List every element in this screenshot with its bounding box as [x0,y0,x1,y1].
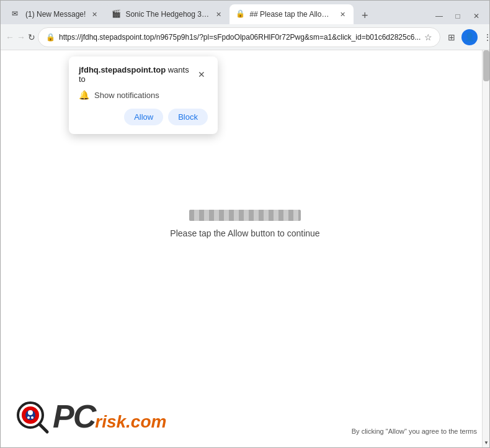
close-button[interactable]: ✕ [468,11,484,22]
scrollbar-down[interactable]: ▼ [483,437,489,447]
allow-button[interactable]: Allow [124,109,163,125]
bottom-right-text: By clicking "Allow" you agree to the ter… [352,428,477,435]
tab-1-close[interactable]: ✕ [89,9,99,19]
svg-point-4 [28,410,33,415]
tab-3-favicon: 🔒 [236,9,246,19]
progress-bar [189,210,301,221]
tab-1-favicon: ✉ [12,9,22,19]
tab-3[interactable]: 🔒 ## Please tap the Allow button ✕ [229,4,354,24]
tab-2-title: Sonic The Hedgehog 3 (2024)... [125,10,210,19]
secure-icon: 🔒 [46,33,55,42]
browser-window: ✉ (1) New Message! ✕ 🎬 Sonic The Hedgeho… [0,0,490,448]
back-button[interactable]: ← [6,29,14,46]
window-controls: — □ ✕ [431,11,484,24]
brand-text: PC risk.com [53,400,166,432]
browser-content: jfdhq.stepadspoint.top wants to ✕ 🔔 Show… [1,50,489,447]
toolbar-icons: ⊞ 👤 ⋮ [443,29,490,46]
tab-1-title: (1) New Message! [25,10,86,19]
notification-popup: jfdhq.stepadspoint.top wants to ✕ 🔔 Show… [69,56,218,134]
minimize-button[interactable]: — [431,11,447,22]
tab-3-close[interactable]: ✕ [337,9,347,19]
popup-title: jfdhq.stepadspoint.top wants to [79,65,195,84]
terms-text: By clicking "Allow" you agree to the ter… [352,428,477,435]
menu-icon[interactable]: ⋮ [479,29,490,46]
popup-permission: 🔔 Show notifications [79,90,208,100]
svg-line-1 [40,424,47,432]
url-text: https://jfdhq.stepadspoint.top/n9675p9h1… [59,33,421,42]
tab-2-close[interactable]: ✕ [213,9,223,19]
extensions-icon[interactable]: ⊞ [443,29,460,46]
tab-bar: ✉ (1) New Message! ✕ 🎬 Sonic The Hedgeho… [1,1,489,24]
svg-point-5 [27,416,30,419]
bell-icon: 🔔 [79,90,89,100]
svg-point-6 [31,416,33,419]
tab-2[interactable]: 🎬 Sonic The Hedgehog 3 (2024)... ✕ [105,4,229,24]
popup-close-button[interactable]: ✕ [195,68,208,81]
forward-button[interactable]: → [17,29,25,46]
brand-risk: risk.com [95,412,166,432]
scrollbar-thumb[interactable] [483,50,489,81]
pcrisk-logo-svg [13,398,50,435]
permission-text: Show notifications [94,91,159,100]
popup-buttons: Allow Block [79,109,208,125]
tab-2-favicon: 🎬 [112,9,122,19]
tab-3-title: ## Please tap the Allow button [249,10,334,19]
maximize-button[interactable]: □ [450,11,466,22]
page-instruction: Please tap the Allow button to continue [170,228,319,238]
scrollbar[interactable]: ▲ ▼ [482,50,489,447]
profile-icon[interactable]: 👤 [461,29,478,45]
tab-1[interactable]: ✉ (1) New Message! ✕ [6,4,105,24]
reload-button[interactable]: ↻ [28,29,35,46]
brand-pc: PC [53,400,95,432]
bookmark-icon[interactable]: ☆ [424,32,432,42]
popup-header: jfdhq.stepadspoint.top wants to ✕ [79,65,208,84]
new-tab-button[interactable]: + [356,7,373,24]
address-bar: ← → ↻ 🔒 https://jfdhq.stepadspoint.top/n… [1,24,489,50]
block-button[interactable]: Block [168,109,208,125]
address-input[interactable]: 🔒 https://jfdhq.stepadspoint.top/n9675p9… [38,27,440,47]
brand-logo-area: PC risk.com [13,398,166,435]
